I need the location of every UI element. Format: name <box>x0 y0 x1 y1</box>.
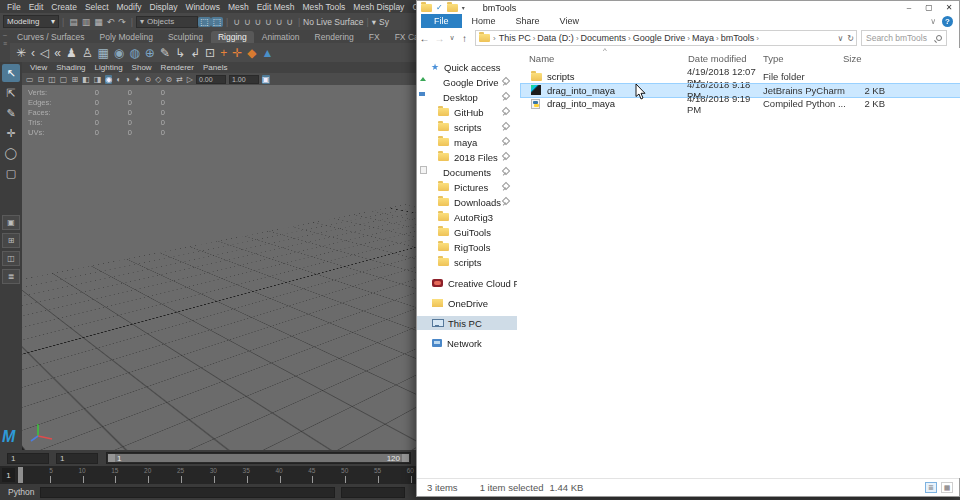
search-input[interactable]: Search bmTools <box>861 30 947 46</box>
range-start-handle[interactable] <box>108 454 115 462</box>
shelf-tool-icon[interactable]: ◁ <box>40 46 49 60</box>
shelf-tab[interactable]: Sculpting <box>161 31 210 43</box>
shelf-tool-icon[interactable]: ↲ <box>190 46 200 60</box>
qat-dropdown-icon[interactable]: ▾ <box>462 4 465 11</box>
rotate-tool-icon[interactable]: ◯ <box>2 144 20 162</box>
sidebar-root-item[interactable]: OneDrive <box>417 296 517 310</box>
menu-set-dropdown[interactable]: Modeling▾ <box>3 15 59 28</box>
properties-check-icon[interactable]: ✓ <box>436 3 443 12</box>
breadcrumb-segment[interactable]: Documents <box>581 33 627 43</box>
sidebar-item[interactable]: GuiTools <box>417 225 517 239</box>
new-scene-icon[interactable]: ▤ <box>67 17 80 27</box>
shelf-tool-icon[interactable]: ⊕ <box>145 46 155 60</box>
snap-icon[interactable]: ∪ <box>253 17 264 27</box>
sidebar-root-item[interactable]: This PC <box>417 316 517 330</box>
column-header-size[interactable]: Size <box>843 53 861 64</box>
select-by-hierarchy-icon[interactable]: ⬚ <box>198 17 211 27</box>
breadcrumb-segment[interactable]: Maya <box>692 33 714 43</box>
shelf-tool-icon[interactable]: ▦ <box>98 46 109 60</box>
ribbon-tab[interactable]: View <box>550 14 589 28</box>
shelf-tool-icon[interactable]: + <box>220 46 227 60</box>
breadcrumb[interactable]: › This PC› Data (D:)› Documents› Google … <box>475 30 857 46</box>
sidebar-item[interactable]: GitHub <box>417 105 517 119</box>
panel-tool-icon[interactable]: ▷ <box>187 75 193 84</box>
layout-split-pane-icon[interactable]: ◫ <box>2 251 20 266</box>
expand-ribbon-icon[interactable]: ∨ <box>930 17 936 26</box>
range-slider[interactable]: 1 120 <box>106 452 411 464</box>
snap-icon[interactable]: ∪ <box>231 17 242 27</box>
maya-menu-item[interactable]: Mesh <box>224 2 253 12</box>
maya-menu-item[interactable]: Create <box>47 2 81 12</box>
open-scene-icon[interactable]: ▥ <box>80 17 93 27</box>
symmetry-label[interactable]: Sy <box>376 17 389 27</box>
panel-menu-item[interactable]: Panels <box>203 63 227 72</box>
panel-tool-icon[interactable]: ⊙ <box>145 75 152 84</box>
redo-icon[interactable]: ↷ <box>116 17 128 27</box>
sidebar-item[interactable]: Pictures <box>417 180 517 194</box>
anim-start-field[interactable]: 1 <box>7 453 49 464</box>
panel-tool-icon[interactable]: ◨ <box>94 75 102 84</box>
close-button[interactable]: ✕ <box>939 1 959 14</box>
move-tool-icon[interactable]: ✛ <box>2 124 20 142</box>
recent-locations-icon[interactable]: ∨ <box>447 34 457 42</box>
snap-icon[interactable]: ∪ <box>284 17 295 27</box>
column-header-name[interactable]: Name <box>529 53 554 64</box>
command-language-label[interactable]: Python <box>0 487 40 497</box>
sidebar-item[interactable]: Documents <box>417 165 517 179</box>
shelf-tool-icon[interactable]: ✎ <box>160 46 170 60</box>
snap-icon[interactable]: ∪ <box>242 17 253 27</box>
snap-icon[interactable]: ∪ <box>274 17 285 27</box>
save-scene-icon[interactable]: ▦ <box>92 17 105 27</box>
gamma-field[interactable]: 1.00 <box>229 75 259 84</box>
panel-tool-icon[interactable]: ⇄ <box>176 75 183 84</box>
playback-start-field[interactable]: 1 <box>56 453 98 464</box>
file-list-pane[interactable]: ^ Name Date modified Type Size scripts 4… <box>517 48 960 478</box>
breadcrumb-segment[interactable]: Google Drive <box>633 33 686 43</box>
sidebar-root-item[interactable]: Network <box>417 336 517 350</box>
shelf-tab[interactable]: Animation <box>255 31 307 43</box>
maya-menu-item[interactable]: Windows <box>181 2 223 12</box>
maya-menu-item[interactable]: Modify <box>113 2 146 12</box>
column-header-type[interactable]: Type <box>763 53 784 64</box>
sort-ascending-icon[interactable]: ^ <box>603 46 607 55</box>
ribbon-tab[interactable]: Home <box>462 14 506 28</box>
panel-tool-icon[interactable]: ✦ <box>134 75 141 84</box>
panel-menu-item[interactable]: Show <box>132 63 152 72</box>
shelf-tab[interactable]: Rendering <box>308 31 361 43</box>
ribbon-tab[interactable]: Share <box>506 14 550 28</box>
shelf-tool-icon[interactable]: « <box>54 46 61 60</box>
sidebar-root-item[interactable]: Creative Cloud Files <box>417 276 517 290</box>
shelf-tool-icon[interactable]: ‹ <box>31 46 35 60</box>
panel-tool-icon[interactable]: ◉ <box>105 75 112 84</box>
panel-menu-item[interactable]: Shading <box>56 63 85 72</box>
breadcrumb-segment[interactable]: This PC <box>499 33 531 43</box>
panel-menu-item[interactable]: View <box>30 63 47 72</box>
shelf-tab[interactable]: FX <box>362 31 387 43</box>
address-dropdown-icon[interactable]: ∨ <box>837 34 843 43</box>
shelf-tool-icon[interactable]: ✳ <box>16 46 26 60</box>
panel-tool-icon[interactable]: ◫ <box>48 75 56 84</box>
shelf-tool-icon[interactable]: ⊡ <box>205 46 215 60</box>
details-view-icon[interactable]: ≣ <box>925 482 937 493</box>
maya-menu-item[interactable]: Mesh Tools <box>299 2 350 12</box>
breadcrumb-segment[interactable]: bmTools <box>721 33 755 43</box>
command-line-input[interactable] <box>40 487 335 498</box>
shelf-tool-icon[interactable]: ▲ <box>261 46 273 60</box>
breadcrumb-separator-icon[interactable]: › <box>714 34 721 43</box>
shelf-tool-icon[interactable]: ✛ <box>232 46 242 60</box>
breadcrumb-separator-icon[interactable]: › <box>626 34 633 43</box>
shelf-tab[interactable]: Rigging <box>211 31 254 43</box>
layout-outliner-icon[interactable]: ≣ <box>2 269 20 284</box>
shelf-tab[interactable]: Curves / Surfaces <box>10 31 92 43</box>
breadcrumb-separator-icon[interactable]: › <box>531 34 538 43</box>
breadcrumb-separator-icon[interactable]: › <box>574 34 581 43</box>
panel-menu-item[interactable]: Renderer <box>161 63 194 72</box>
shelf-tool-icon[interactable]: ◆ <box>247 46 256 60</box>
select-by-object-icon[interactable]: ⬚ <box>211 17 224 27</box>
panel-tool-icon[interactable]: ◑ <box>125 75 130 84</box>
forward-icon[interactable]: → <box>432 33 447 44</box>
maya-menu-item[interactable]: Mesh Display <box>349 2 408 12</box>
sidebar-item[interactable]: scripts <box>417 255 517 269</box>
large-icons-view-icon[interactable]: ▦ <box>941 482 953 493</box>
sidebar-item[interactable]: maya <box>417 135 517 149</box>
